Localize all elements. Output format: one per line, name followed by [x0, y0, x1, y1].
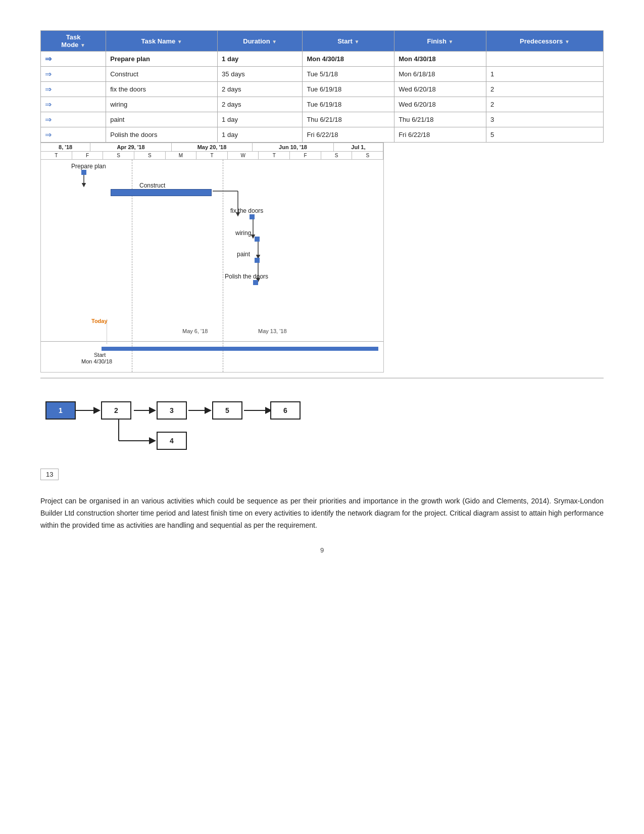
cell-finish-3: Wed 6/20/18 [394, 97, 486, 112]
vline-2 [223, 160, 223, 372]
chart-label-polish: Polish the doors [225, 273, 268, 280]
th-task-mode-label: TaskMode [61, 33, 80, 49]
cell-start-0: Mon 4/30/18 [303, 52, 394, 67]
cell-icon-2: ⇒ [41, 82, 106, 97]
network-node-2: 2 [101, 401, 131, 420]
cell-duration-5: 1 day [218, 127, 303, 143]
chart-label-wiring: wiring [235, 229, 251, 237]
cell-icon-3: ⇒ [41, 97, 106, 112]
task-marker-prepare [81, 170, 86, 175]
task-table: TaskMode ▼ Task Name ▼ Duration ▼ Start … [40, 30, 604, 143]
cell-start-2: Tue 6/19/18 [303, 82, 394, 97]
day-M: M [166, 152, 197, 159]
network-diagram: 1 2 3 4 5 6 [40, 384, 384, 465]
day-S2: S [134, 152, 166, 159]
cell-finish-1: Mon 6/18/18 [394, 67, 486, 82]
cell-finish-0: Mon 4/30/18 [394, 52, 486, 67]
table-row: ⇒ Prepare plan 1 day Mon 4/30/18 Mon 4/3… [41, 52, 604, 67]
gantt-chart: 8, '18 Apr 29, '18 May 20, '18 Jun 10, '… [40, 143, 384, 373]
network-node-3: 3 [157, 401, 187, 420]
th-finish[interactable]: Finish ▼ [394, 31, 486, 52]
chart-label-paint: paint [237, 251, 250, 258]
network-node-4: 4 [157, 432, 187, 450]
day-S3: S [321, 152, 353, 159]
gantt-bar-construct [111, 189, 212, 196]
table-row: ⇒ Polish the doors 1 day Fri 6/22/18 Fri… [41, 127, 604, 143]
th-task-mode-arrow: ▼ [80, 42, 85, 48]
cell-pred-5: 5 [486, 127, 603, 143]
cell-duration-3: 2 days [218, 97, 303, 112]
cell-start-3: Tue 6/19/18 [303, 97, 394, 112]
date-label-2: May 13, '18 [258, 328, 287, 334]
start-date-label: Mon 4/30/18 [81, 358, 112, 364]
th-predecessors[interactable]: Predecessors ▼ [486, 31, 603, 52]
day-T3: T [259, 152, 290, 159]
gantt-body: Prepare plan Construct fix the doors wir… [41, 160, 383, 372]
cell-pred-0 [486, 52, 603, 67]
day-F2: F [290, 152, 321, 159]
task-marker-wiring [255, 237, 260, 242]
cell-finish-2: Wed 6/20/18 [394, 82, 486, 97]
gantt-week-header: 8, '18 Apr 29, '18 May 20, '18 Jun 10, '… [41, 143, 383, 152]
gantt-arrows [41, 160, 383, 372]
cell-pred-3: 2 [486, 97, 603, 112]
cell-start-1: Tue 5/1/18 [303, 67, 394, 82]
day-W: W [228, 152, 259, 159]
date-label-1: May 6, '18 [182, 328, 208, 334]
day-T1: T [41, 152, 72, 159]
th-task-name[interactable]: Task Name ▼ [106, 31, 218, 52]
task-marker-fix [250, 214, 255, 219]
cell-name-4: paint [106, 112, 218, 127]
cell-duration-1: 35 days [218, 67, 303, 82]
cell-icon-5: ⇒ [41, 127, 106, 143]
network-node-1: 1 [45, 401, 76, 420]
cell-pred-1: 1 [486, 67, 603, 82]
day-F: F [72, 152, 104, 159]
chart-label-fix: fix the doors [230, 207, 263, 214]
cell-finish-5: Fri 6/22/18 [394, 127, 486, 143]
week-label-4: Jul 1, [334, 143, 383, 151]
cell-icon-4: ⇒ [41, 112, 106, 127]
network-arrows [40, 384, 384, 465]
page-number: 9 [40, 546, 604, 554]
cell-duration-0: 1 day [218, 52, 303, 67]
th-duration[interactable]: Duration ▼ [218, 31, 303, 52]
cell-start-4: Thu 6/21/18 [303, 112, 394, 127]
week-label-0: 8, '18 [41, 143, 90, 151]
cell-icon-0: ⇒ [41, 52, 106, 67]
day-S4: S [352, 152, 383, 159]
start-label: Start [94, 352, 106, 358]
chart-label-prepare: Prepare plan [71, 163, 106, 170]
small-box-13: 13 [40, 469, 59, 480]
timeline-separator [41, 341, 383, 342]
network-section: 1 2 3 4 5 6 13 [40, 378, 604, 480]
cell-start-5: Fri 6/22/18 [303, 127, 394, 143]
task-marker-polish [253, 280, 258, 285]
cell-icon-1: ⇒ [41, 67, 106, 82]
th-start[interactable]: Start ▼ [303, 31, 394, 52]
timeline-bar [102, 347, 378, 351]
today-label: Today [91, 318, 108, 324]
day-T2: T [196, 152, 228, 159]
chart-label-construct: Construct [139, 182, 165, 189]
th-task-mode[interactable]: TaskMode ▼ [41, 31, 106, 52]
week-label-2: May 20, '18 [172, 143, 253, 151]
week-label-1: Apr 29, '18 [90, 143, 172, 151]
table-row: ⇒ Construct 35 days Tue 5/1/18 Mon 6/18/… [41, 67, 604, 82]
cell-duration-4: 1 day [218, 112, 303, 127]
table-row: ⇒ wiring 2 days Tue 6/19/18 Wed 6/20/18 … [41, 97, 604, 112]
cell-name-3: wiring [106, 97, 218, 112]
cell-name-5: Polish the doors [106, 127, 218, 143]
task-marker-paint [255, 258, 260, 263]
cell-duration-2: 2 days [218, 82, 303, 97]
week-label-3: Jun 10, '18 [253, 143, 334, 151]
table-row: ⇒ fix the doors 2 days Tue 6/19/18 Wed 6… [41, 82, 604, 97]
cell-pred-2: 2 [486, 82, 603, 97]
day-S1: S [103, 152, 134, 159]
network-node-5: 5 [212, 401, 242, 420]
cell-name-2: fix the doors [106, 82, 218, 97]
gantt-day-header: T F S S M T W T F S S [41, 152, 383, 160]
table-row: ⇒ paint 1 day Thu 6/21/18 Thu 6/21/18 3 [41, 112, 604, 127]
cell-finish-4: Thu 6/21/18 [394, 112, 486, 127]
network-node-6: 6 [270, 401, 301, 420]
